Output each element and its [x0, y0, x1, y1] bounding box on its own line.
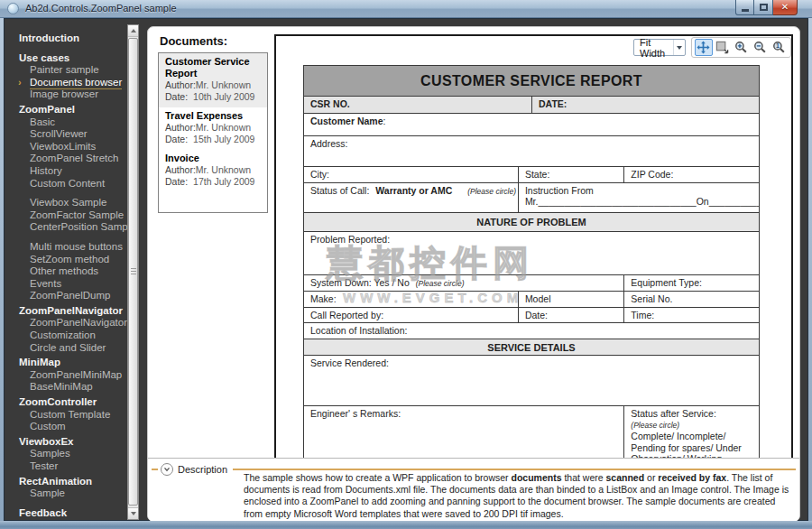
sidebar-item-samples[interactable]: Samples — [12, 448, 129, 460]
sidebar-item-other-methods[interactable]: Other methods — [12, 265, 129, 278]
sidebar-item-events[interactable]: Events — [12, 278, 129, 291]
zoom-in-icon — [734, 41, 748, 54]
sidebar-item-sample[interactable]: Sample — [12, 487, 129, 500]
sidebar-navigation: Introduction Use cases Painter sample › … — [12, 30, 129, 516]
sidebar-item-tester[interactable]: Tester — [12, 460, 129, 473]
customer-name-label: Customer Name — [310, 116, 383, 126]
zoom-out-icon — [753, 41, 767, 54]
sidebar-item-zoompanel[interactable]: ZoomPanel — [12, 104, 129, 116]
sidebar-scrollbar[interactable] — [127, 24, 139, 520]
close-button[interactable]: ✕ — [773, 0, 798, 15]
sidebar-item-use-cases[interactable]: Use cases — [12, 52, 129, 65]
zoom-reset-button[interactable]: 1 — [770, 39, 789, 56]
author-value: Mr. Unknown — [196, 79, 251, 90]
list-item-customer-service-report[interactable]: Customer Service Report Author:Mr. Unkno… — [159, 53, 267, 107]
date-value: 10th July 2009 — [193, 91, 254, 102]
model-label: Model — [518, 292, 623, 307]
sidebar-item-history[interactable]: History — [12, 165, 129, 178]
minimize-button[interactable] — [735, 0, 754, 15]
pan-button[interactable] — [695, 39, 713, 56]
documents-list-label: Documents: — [160, 34, 227, 48]
sidebar-item-scrollviewer[interactable]: ScrollViewer — [12, 128, 129, 141]
system-down-label: System Down: Yes / No — [310, 277, 410, 288]
rectangle-zoom-icon — [715, 41, 729, 54]
sidebar-item-multi-mouse-buttons[interactable]: Multi mouse buttons — [12, 241, 129, 254]
author-label: Author: — [165, 164, 196, 175]
sidebar-item-feedback[interactable]: Feedback — [12, 507, 129, 520]
caption-buttons: ✕ — [735, 0, 798, 15]
sidebar-item-documents-browser[interactable]: › Documents browser — [12, 77, 129, 89]
sidebar-item-custom-template[interactable]: Custom Template — [12, 409, 129, 422]
description-text: The sample shows how to create a WPF app… — [244, 472, 792, 520]
pan-icon — [697, 41, 710, 54]
form-section-nature: NATURE OF PROBLEM — [304, 212, 759, 231]
date-label: Date: — [165, 134, 188, 144]
sidebar-item-centerposition-sample[interactable]: CenterPosition Sample — [12, 221, 129, 234]
zoom-out-button[interactable] — [752, 39, 770, 56]
list-item-travel-expenses[interactable]: Travel Expenses Author:Mr. Unknown Date:… — [159, 107, 267, 150]
sidebar-item-zoompanel-stretch[interactable]: ZoomPanel Stretch — [12, 153, 129, 165]
address-label: Address: — [304, 136, 759, 166]
sidebar-item-custom[interactable]: Custom — [12, 421, 129, 433]
description-segment: The sample shows how to create a WPF app… — [244, 472, 511, 483]
form-row-city-state-zip: City: State: ZIP Code: — [304, 166, 759, 182]
form-row-system-equipment: System Down: Yes / No (Please circle) Eq… — [304, 274, 759, 291]
sidebar-item-zoompanelnavigator-header[interactable]: ZoomPanelNavigator — [12, 305, 129, 318]
sidebar-item-setzoom-method[interactable]: SetZoom method — [12, 254, 129, 266]
sidebar-item-zoompanelminimap[interactable]: ZoomPanelMiniMap — [12, 369, 129, 382]
scrollbar-down-button[interactable] — [128, 507, 138, 519]
sidebar-item-viewboxlimits[interactable]: ViewboxLimits — [12, 141, 129, 153]
rectangle-zoom-button[interactable] — [714, 39, 732, 56]
form-row-service-rendered: Service Rendered: — [304, 355, 759, 405]
chevron-down-icon — [162, 465, 171, 474]
document-title: Travel Expenses — [165, 110, 261, 122]
sidebar-item-painter-sample[interactable]: Painter sample — [12, 64, 129, 77]
sidebar-item-viewboxex[interactable]: ViewboxEx — [12, 436, 129, 449]
sidebar-item-image-browser[interactable]: Image browser — [12, 88, 129, 101]
main-panel: Documents: Customer Service Report Autho… — [147, 26, 800, 522]
sidebar-item-custom-content[interactable]: Custom Content — [12, 178, 129, 190]
sidebar-item-baseminimap[interactable]: BaseMiniMap — [12, 381, 129, 394]
form-row-make-model-serial: Make: Model Serial No. — [304, 291, 759, 307]
title-bar: Ab2d.Controls.ZoomPanel sample — [0, 0, 812, 18]
window-icon — [7, 3, 19, 14]
sidebar-item-introduction[interactable]: Introduction — [12, 32, 129, 45]
date-label: DATE: — [531, 97, 759, 113]
sidebar-item-circle-and-slider[interactable]: Circle and Slider — [12, 342, 129, 355]
sidebar-item-customization[interactable]: Customization — [12, 329, 129, 342]
make-label: Make: — [304, 292, 518, 307]
scrollbar-up-button[interactable] — [128, 25, 138, 37]
sidebar-item-zoomcontroller[interactable]: ZoomController — [12, 396, 129, 409]
collapse-toggle-button[interactable] — [161, 463, 173, 476]
list-item-invoice[interactable]: Invoice Author:Mr. Unknown Date:17th Jul… — [159, 150, 267, 192]
sidebar-item-minimap[interactable]: MiniMap — [12, 357, 129, 369]
rule-dash — [152, 469, 158, 470]
window-title: Ab2d.Controls.ZoomPanel sample — [25, 3, 177, 14]
please-circle-note: (Please circle) — [467, 187, 516, 196]
zoom-in-button[interactable] — [733, 39, 751, 56]
sidebar-item-zoompanelnavigator[interactable]: ZoomPanelNavigator — [12, 317, 129, 329]
form-row-call-date-time: Call Reported by: Date: Time: — [304, 307, 759, 322]
form-title: CUSTOMER SERVICE REPORT — [420, 73, 642, 89]
close-icon: ✕ — [781, 3, 789, 12]
sidebar-item-zoomfactor-sample[interactable]: ZoomFactor Sample — [12, 209, 129, 222]
maximize-button[interactable] — [754, 0, 773, 15]
document-title: Invoice — [165, 153, 261, 164]
scrollbar-thumb[interactable] — [128, 38, 138, 506]
date-label: Date: — [165, 91, 188, 102]
sidebar-item-rectanimation[interactable]: RectAnimation — [12, 476, 129, 488]
fit-mode-combobox[interactable]: Fit Width — [633, 39, 686, 56]
problem-reported-label: Problem Reported: — [304, 232, 759, 274]
description-bold-segment: received by fax — [658, 472, 726, 483]
chevron-down-icon — [677, 46, 682, 50]
csr-no-label: CSR NO. — [304, 97, 531, 113]
sidebar-item-zoompaneldump[interactable]: ZoomPanelDump — [12, 290, 129, 302]
client-area: Introduction Use cases Painter sample › … — [4, 18, 808, 521]
sidebar-item-basic[interactable]: Basic — [12, 116, 129, 129]
service-rendered-label: Service Rendered: — [304, 356, 759, 405]
please-circle-note: (Please circle) — [416, 279, 465, 288]
description-segment: or — [644, 472, 658, 483]
sidebar-item-viewbox-sample[interactable]: Viewbox Sample — [12, 197, 129, 209]
fit-mode-value: Fit Width — [634, 37, 673, 59]
zoom-panel-viewer[interactable]: CUSTOMER SERVICE REPORT CSR NO. DATE: Cu… — [268, 27, 801, 458]
